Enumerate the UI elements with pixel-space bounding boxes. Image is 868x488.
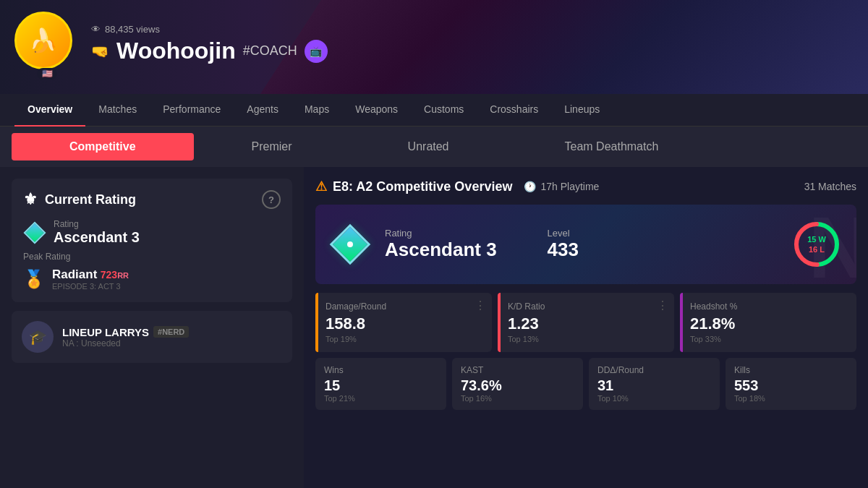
peak-name-line: Radiant 723RR <box>52 267 129 282</box>
lineup-name-line: LINEUP LARRYS #NERD <box>62 326 189 338</box>
views-count: 88,435 views <box>105 24 160 35</box>
nav-item-overview[interactable]: Overview <box>14 94 85 127</box>
bottom-stat-kast: KAST 73.6% Top 16% <box>452 358 583 410</box>
views-line: 👁 88,435 views <box>91 24 328 35</box>
rating-info-value: Ascendant 3 <box>385 239 497 261</box>
lineup-sub: NA : Unseeded <box>62 338 189 348</box>
peak-name: Radiant <box>52 267 97 281</box>
nav-item-crosshairs[interactable]: Crosshairs <box>477 94 551 127</box>
rating-label: Rating <box>54 219 140 229</box>
mode-tabs: Competitive Premier Unrated Team Deathma… <box>0 127 868 167</box>
rating-info: Rating Ascendant 3 <box>385 228 497 261</box>
header: 🍌 🇺🇸 👁 88,435 views 🤜 Woohoojin #COACH 📺 <box>0 0 868 94</box>
tab-premier[interactable]: Premier <box>194 133 350 160</box>
tab-team-deathmatch[interactable]: Team Deathmatch <box>507 133 717 160</box>
rating-info-label: Rating <box>385 228 497 239</box>
stat-sub-hs: Top 33% <box>690 335 846 343</box>
bottom-stat-label-wins: Wins <box>324 365 438 375</box>
peak-row: 🏅 Radiant 723RR EPISODE 3: ACT 3 <box>23 267 281 291</box>
nav-item-customs[interactable]: Customs <box>411 94 477 127</box>
wl-circle: 15 W 16 L <box>791 219 842 270</box>
stat-value-damage: 158.8 <box>326 314 482 333</box>
current-rating-title: Current Rating <box>45 192 136 207</box>
header-info: 👁 88,435 views 🤜 Woohoojin #COACH 📺 <box>91 24 328 64</box>
header-content: 🍌 🇺🇸 👁 88,435 views 🤜 Woohoojin #COACH 📺 <box>0 0 868 88</box>
username: Woohoojin <box>116 38 236 64</box>
rating-value: Ascendant 3 <box>54 229 140 246</box>
main-content: ⚜ Current Rating ? Rating Ascendant 3 Pe… <box>0 167 868 488</box>
stat-card-hs: Headshot % 21.8% Top 33% <box>680 293 856 352</box>
stat-menu-damage[interactable]: ⋮ <box>475 299 486 312</box>
avatar: 🍌 <box>14 12 72 69</box>
peak-label: Peak Rating <box>23 252 281 262</box>
radiant-icon: 🏅 <box>23 269 45 289</box>
rating-col: Rating Ascendant 3 <box>54 219 140 246</box>
flag-icon: 🇺🇸 <box>42 69 53 79</box>
bottom-stat-value-ddelta: 31 <box>597 377 711 394</box>
right-panel: ⚠ E8: A2 Competitive Overview 🕐 17h Play… <box>304 167 868 488</box>
eye-icon: 👁 <box>91 24 101 35</box>
wl-labels: 15 W 16 L <box>791 219 842 270</box>
twitch-icon: 📺 <box>310 46 322 57</box>
tab-competitive[interactable]: Competitive <box>12 133 194 160</box>
bottom-stat-sub-kast: Top 16% <box>461 394 574 403</box>
bottom-stat-value-kast: 73.6% <box>461 377 574 394</box>
stat-sub-damage: Top 19% <box>326 335 482 343</box>
stat-menu-kd[interactable]: ⋮ <box>657 299 668 312</box>
lineup-card: 🎓 LINEUP LARRYS #NERD NA : Unseeded <box>12 311 292 363</box>
stat-card-damage: Damage/Round 158.8 Top 19% ⋮ <box>315 293 492 352</box>
playtime-text: 17h Playtime <box>540 181 599 192</box>
username-line: 🤜 Woohoojin #COACH 📺 <box>91 38 328 64</box>
fist-icon: 🤜 <box>91 43 109 60</box>
nav-item-lineups[interactable]: Lineups <box>551 94 613 127</box>
clock-icon: 🕐 <box>524 181 536 192</box>
lineup-info: LINEUP LARRYS #NERD NA : Unseeded <box>62 326 189 348</box>
nav-item-maps[interactable]: Maps <box>292 94 342 127</box>
peak-rr: 723RR <box>101 269 129 281</box>
rank-diamond <box>23 221 46 244</box>
stat-sub-kd: Top 13% <box>508 335 664 343</box>
bottom-stat-label-kills: Kills <box>734 365 848 375</box>
rating-row: Rating Ascendant 3 <box>23 219 281 246</box>
avatar-emoji: 🍌 <box>29 27 58 54</box>
lineup-avatar: 🎓 <box>22 321 54 353</box>
twitch-button[interactable]: 📺 <box>305 40 328 63</box>
peak-sub: EPISODE 3: ACT 3 <box>52 282 129 291</box>
bottom-stat-value-wins: 15 <box>324 377 438 394</box>
tab-unrated[interactable]: Unrated <box>350 133 507 160</box>
nav: Overview Matches Performance Agents Maps… <box>0 94 868 127</box>
avatar-wrapper: 🍌 🇺🇸 <box>14 12 80 77</box>
bottom-stat-sub-wins: Top 21% <box>324 394 438 403</box>
stat-card-kd: K/D Ratio 1.23 Top 13% ⋮ <box>498 293 674 352</box>
current-rating-card: ⚜ Current Rating ? Rating Ascendant 3 Pe… <box>12 179 292 302</box>
avatar-rank-badge: 🇺🇸 <box>38 68 57 80</box>
nav-item-matches[interactable]: Matches <box>85 94 150 127</box>
stat-bar-damage <box>315 293 318 352</box>
help-button[interactable]: ? <box>262 190 281 209</box>
overview-title: ⚠ E8: A2 Competitive Overview <box>315 179 512 194</box>
matches-count: 31 Matches <box>804 181 856 192</box>
stat-bar-hs <box>680 293 683 352</box>
stat-value-kd: 1.23 <box>508 314 664 333</box>
lineup-name: LINEUP LARRYS <box>62 326 149 338</box>
overview-header: ⚠ E8: A2 Competitive Overview 🕐 17h Play… <box>315 179 856 194</box>
stat-bar-kd <box>498 293 501 352</box>
bottom-stat-label-kast: KAST <box>461 365 574 375</box>
sidebar: ⚜ Current Rating ? Rating Ascendant 3 Pe… <box>0 167 304 488</box>
rating-box: N Rating Ascendant 3 Level 433 <box>315 205 856 284</box>
user-tag: #COACH <box>243 43 297 59</box>
stat-label-hs: Headshot % <box>690 301 846 312</box>
lineup-tag: #NERD <box>153 326 189 338</box>
nav-item-performance[interactable]: Performance <box>150 94 234 127</box>
stat-label-kd: K/D Ratio <box>508 301 664 312</box>
nav-item-weapons[interactable]: Weapons <box>342 94 411 127</box>
bottom-stat-ddelta: DDΔ/Round 31 Top 10% <box>589 358 720 410</box>
big-diamond-dot <box>347 241 353 247</box>
bottom-stat-sub-ddelta: Top 10% <box>597 394 711 403</box>
bottom-stats: Wins 15 Top 21% KAST 73.6% Top 16% DDΔ/R… <box>315 358 856 410</box>
stat-value-hs: 21.8% <box>690 314 846 333</box>
overview-meta: 🕐 17h Playtime <box>524 181 599 192</box>
bottom-stat-sub-kills: Top 18% <box>734 394 848 403</box>
nav-item-agents[interactable]: Agents <box>234 94 292 127</box>
card-title-rating: ⚜ Current Rating ? <box>23 190 281 209</box>
